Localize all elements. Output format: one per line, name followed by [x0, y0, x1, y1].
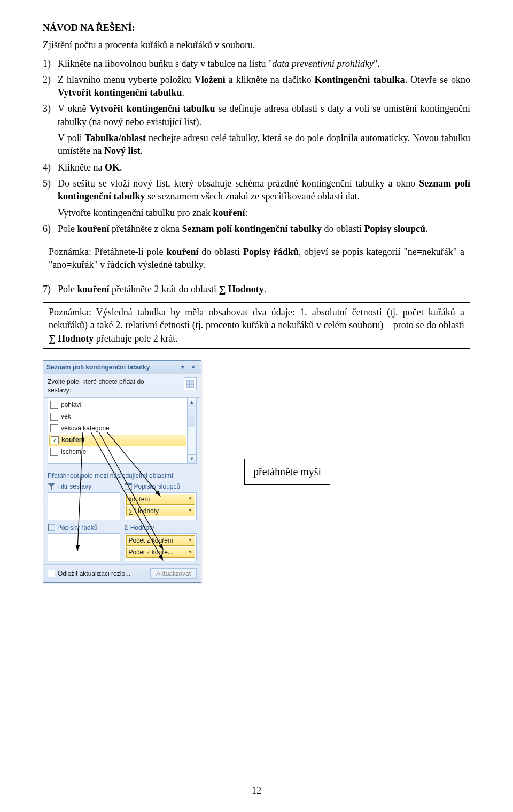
- text-bold: ∑ Hodnoty: [219, 284, 263, 295]
- step-number: 7): [43, 283, 58, 296]
- pane-footer: Odložit aktualizaci rozlo... Aktualizova…: [43, 564, 201, 582]
- text: Pole: [58, 284, 77, 295]
- pane-titlebar[interactable]: Seznam polí kontingenční tabulky ▼ ×: [43, 361, 201, 374]
- defer-update[interactable]: Odložit aktualizaci rozlo...: [48, 569, 130, 578]
- area-filter[interactable]: Filtr sestavy: [48, 482, 120, 520]
- checkbox[interactable]: [48, 570, 55, 577]
- svg-rect-6: [125, 483, 132, 485]
- text-italic: data preventivní prohlídky: [272, 58, 374, 69]
- well-item-label: ∑ Hodnoty: [129, 507, 159, 515]
- text: do oblasti: [198, 246, 243, 257]
- steps-list-cont2: 6) Pole kouření přetáhněte z okna Seznam…: [43, 222, 470, 235]
- rows-well[interactable]: [48, 533, 120, 561]
- field-row[interactable]: věková kategorie: [48, 423, 196, 435]
- checkbox[interactable]: [50, 448, 58, 456]
- svg-rect-3: [191, 384, 194, 388]
- text: přetáhněte 2 krát do oblasti: [110, 284, 219, 295]
- text: Z hlavního menu vyberte položku: [58, 74, 195, 85]
- text: Poznámka: Přetáhnete-li pole: [49, 246, 166, 257]
- values-well[interactable]: Počet z kouření ▼ Počet z kouře... ▼: [125, 533, 197, 561]
- scroll-up-icon[interactable]: ▲: [187, 398, 196, 407]
- field-label: kouření: [61, 436, 84, 444]
- step-3: 3) V okně Vytvořit kontingenční tabulku …: [43, 102, 470, 128]
- area-rows[interactable]: Popisky řádků: [48, 523, 120, 561]
- chevron-down-icon[interactable]: ▼: [178, 363, 187, 372]
- sigma-icon: Σ: [125, 523, 128, 532]
- chevron-down-icon[interactable]: ▼: [188, 496, 192, 502]
- well-item-label: Počet z kouře...: [129, 548, 173, 556]
- text: se seznamem všech znaků ze specifikované…: [145, 191, 360, 202]
- drag-callout-text: přetáhněte myší: [253, 466, 321, 477]
- text: Klikněte na libovolnou buňku s daty v ta…: [58, 58, 272, 69]
- field-row-selected[interactable]: ✓ kouření: [49, 435, 186, 446]
- svg-marker-4: [48, 483, 55, 490]
- area-title-label: Popisky řádků: [57, 523, 97, 532]
- step-3-para: V poli Tabulka/oblast nechejte adresu ce…: [58, 132, 470, 158]
- text-bold: Nový list: [104, 145, 141, 156]
- update-button[interactable]: Aktualizovat: [150, 568, 197, 579]
- text-bold: Popisy řádků: [243, 246, 299, 257]
- field-row[interactable]: pohlaví: [48, 399, 196, 411]
- filter-well[interactable]: [48, 492, 120, 520]
- checkbox[interactable]: [50, 424, 58, 432]
- defer-label: Odložit aktualizaci rozlo...: [58, 569, 130, 578]
- chevron-down-icon[interactable]: ▼: [188, 550, 192, 555]
- text: .: [140, 145, 143, 156]
- step-number: 6): [43, 222, 58, 235]
- field-label: pohlaví: [61, 400, 82, 409]
- checkbox[interactable]: [50, 401, 58, 409]
- page-number: 12: [0, 784, 513, 797]
- area-values[interactable]: Σ Hodnoty Počet z kouření ▼ Počet z kouř…: [125, 523, 197, 561]
- well-item-count-1[interactable]: Počet z kouření ▼: [126, 535, 196, 546]
- scroll-down-icon[interactable]: ▼: [187, 454, 196, 463]
- steps-list: 1) Klikněte na libovolnou buňku s daty v…: [43, 57, 470, 128]
- field-label: věková kategorie: [61, 424, 110, 432]
- columns-icon: [125, 483, 132, 490]
- pivot-field-list-pane: Seznam polí kontingenční tabulky ▼ × Zvo…: [43, 360, 201, 583]
- checkbox-checked[interactable]: ✓: [51, 436, 59, 444]
- text: .: [264, 284, 267, 295]
- step-number: 1): [43, 57, 58, 70]
- drop-areas: Filtr sestavy Popisky sloupců: [43, 482, 201, 564]
- close-icon[interactable]: ×: [189, 363, 198, 372]
- area-title-label: Hodnoty: [130, 523, 154, 532]
- area-title-label: Filtr sestavy: [57, 482, 91, 491]
- text-bold: Vložení: [195, 74, 226, 85]
- step-2: 2) Z hlavního menu vyberte položku Vlože…: [43, 73, 470, 99]
- text: Poznámka: Výsledná tabulka by měla obsah…: [49, 307, 464, 330]
- step-5: 5) Do sešitu se vloží nový list, který o…: [43, 177, 470, 203]
- field-list[interactable]: ▲ ▼ pohlaví věk věková kategorie ✓: [48, 398, 197, 464]
- step-6: 6) Pole kouření přetáhněte z okna Seznam…: [43, 222, 470, 235]
- text-bold: OK: [105, 162, 120, 173]
- columns-well[interactable]: kouření ▼ ∑ Hodnoty ▼: [125, 492, 197, 520]
- field-label: ischemie: [61, 447, 86, 456]
- chevron-down-icon[interactable]: ▼: [188, 538, 192, 544]
- checkbox[interactable]: [50, 413, 58, 421]
- solution-heading: NÁVOD NA ŘEŠENÍ:: [43, 21, 470, 34]
- chevron-down-icon[interactable]: ▼: [188, 508, 192, 514]
- well-item-sigma-hodnoty[interactable]: ∑ Hodnoty ▼: [126, 506, 196, 516]
- field-row[interactable]: ischemie: [48, 446, 196, 458]
- well-item-koureni[interactable]: kouření ▼: [126, 494, 196, 505]
- field-label: věk: [61, 412, 71, 421]
- scrollbar-thumb[interactable]: [188, 408, 195, 427]
- text-bold: Tabulka/oblast: [85, 133, 146, 143]
- text: Do sešitu se vloží nový list, který obsa…: [58, 178, 419, 189]
- text: přetáhněte z okna: [110, 223, 182, 234]
- text: do oblasti: [322, 223, 364, 234]
- text-bold: kouření: [166, 246, 198, 257]
- well-item-count-2[interactable]: Počet z kouře... ▼: [126, 547, 196, 558]
- solution-subtitle: Zjištění počtu a procenta kuřáků a nekuř…: [43, 38, 470, 51]
- layout-options-button[interactable]: [184, 377, 197, 390]
- text: a klikněte na tlačítko: [226, 74, 315, 85]
- svg-rect-1: [191, 380, 194, 383]
- text: V okně: [58, 103, 89, 114]
- choose-fields-row: Zvolte pole, které chcete přidat do sest…: [43, 374, 201, 397]
- area-title-label: Popisky sloupců: [134, 482, 181, 491]
- step-7: 7) Pole kouření přetáhněte 2 krát do obl…: [43, 283, 470, 296]
- area-columns[interactable]: Popisky sloupců kouření ▼ ∑ Hodnoty ▼: [125, 482, 197, 520]
- field-row[interactable]: věk: [48, 411, 196, 423]
- text: :: [245, 207, 247, 218]
- pane-and-callout: Seznam polí kontingenční tabulky ▼ × Zvo…: [43, 360, 470, 583]
- drag-areas-label: Přetáhnout pole mezi následujícími oblas…: [43, 468, 201, 482]
